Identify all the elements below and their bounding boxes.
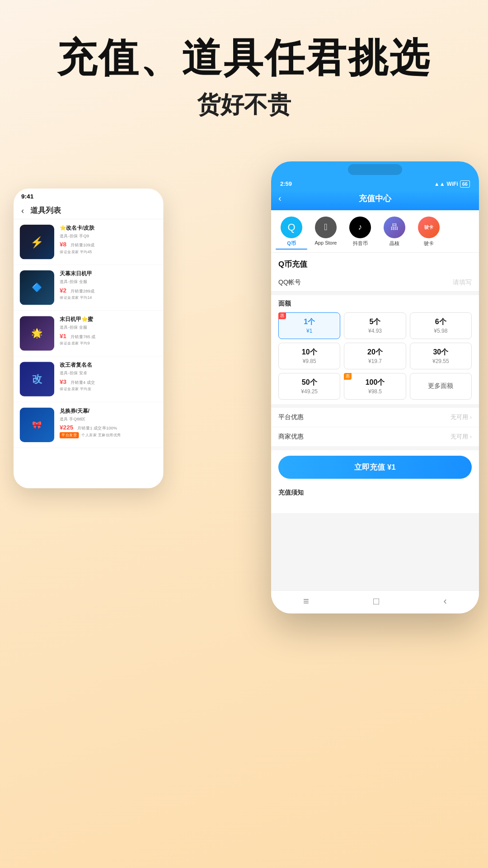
back-phone: 9:41 ‹ 道具列表 ⚡ ⭐改名卡/皮肤 道具-担保 手Q9 ¥8 月销量10… xyxy=(14,189,164,488)
list-item[interactable]: 改 改王者复名名 道具-担保 安卓 ¥3 月销量4 成交 保证金卖家 平均发 xyxy=(14,356,164,402)
denom-price: ¥29.55 xyxy=(414,358,468,364)
cta-section: 立即充值 ¥1 xyxy=(271,450,479,484)
tab-label-appstore: App Store xyxy=(315,240,337,245)
hero-subtitle: 货好不贵 xyxy=(27,89,461,121)
item-name: 改王者复名名 xyxy=(60,362,157,368)
denom-count: 30个 xyxy=(414,348,468,357)
denomination-grid: 惠 1个 ¥1 5个 ¥4.93 6个 ¥5.98 xyxy=(278,312,472,400)
denom-item-20[interactable]: 20个 ¥19.7 xyxy=(344,343,406,369)
front-status-time: 2:59 xyxy=(280,180,292,187)
account-label: QQ帐号 xyxy=(278,278,314,287)
denom-count: 20个 xyxy=(348,348,402,357)
denom-item-more[interactable]: 更多面额 xyxy=(410,373,472,400)
item-name: 末日机甲⭐蜜 xyxy=(60,316,157,323)
platform-discount-value: 无可用 › xyxy=(450,413,472,421)
denom-count: 1个 xyxy=(282,317,336,327)
item-desc: 道具-担保 全服 xyxy=(60,325,157,330)
list-item[interactable]: 🌟 末日机甲⭐蜜 道具-担保 全服 ¥1 月销量785 成 保证金卖家 平均9 xyxy=(14,311,164,356)
denom-item-10[interactable]: 10个 ¥9.85 xyxy=(278,343,340,369)
tab-jinghe[interactable]: 晶 晶核 xyxy=(379,217,410,250)
denom-item-50[interactable]: 50个 ¥49.25 xyxy=(278,373,340,400)
douyin-icon: ♪ xyxy=(349,217,371,238)
denom-count: 10个 xyxy=(282,348,336,357)
denom-item-30[interactable]: 30个 ¥29.55 xyxy=(410,343,472,369)
item-name: ⭐改名卡/皮肤 xyxy=(60,225,157,231)
item-guarantee: 平台发货 个人卖家 芝麻信用优秀 xyxy=(60,432,157,439)
list-item[interactable]: 🎀 兑换券/天幕/ 道具 手Q88区 ¥225 月销量1 成交率100% 平台发… xyxy=(14,402,164,448)
home-icon[interactable]: □ xyxy=(373,595,379,607)
junka-icon: 驶卡 xyxy=(418,217,440,238)
tab-label-jinghe: 晶核 xyxy=(389,240,399,247)
denom-count: 50个 xyxy=(282,378,336,387)
account-input-row: QQ帐号 请填写 xyxy=(271,274,479,292)
merchant-discount-row[interactable]: 商家优惠 无可用 › xyxy=(271,427,479,447)
back-nav-title: 道具列表 xyxy=(30,205,61,216)
platform-discount-label: 平台优惠 xyxy=(278,413,304,421)
front-status-icons: ▲▲ WiFi 66 xyxy=(434,180,470,188)
tab-appstore[interactable]:  App Store xyxy=(310,217,342,250)
merchant-discount-label: 商家优惠 xyxy=(278,433,304,441)
denom-item-1[interactable]: 惠 1个 ¥1 xyxy=(278,312,340,339)
account-placeholder[interactable]: 请填写 xyxy=(314,278,472,287)
item-sold: 月销量785 成 xyxy=(70,334,96,339)
item-sold: 月销量289成 xyxy=(70,288,94,293)
qq-icon: Q xyxy=(281,217,302,238)
denom-price: ¥5.98 xyxy=(414,328,468,334)
notice-title: 充值须知 xyxy=(278,489,472,497)
item-price: ¥8 xyxy=(60,241,66,247)
denom-price: ¥98.5 xyxy=(348,388,402,395)
denomination-title: 面额 xyxy=(278,300,472,308)
hero-section: 充值、道具任君挑选 货好不贵 xyxy=(0,0,488,139)
item-desc: 道具-担保 全服 xyxy=(60,279,157,285)
jinghe-icon: 晶 xyxy=(384,217,405,238)
cta-button[interactable]: 立即充值 ¥1 xyxy=(278,456,472,479)
tab-junka[interactable]: 驶卡 驶卡 xyxy=(413,217,445,250)
denom-price: ¥1 xyxy=(282,328,336,334)
denom-item-5[interactable]: 5个 ¥4.93 xyxy=(344,312,406,339)
back-status-time: 9:41 xyxy=(21,193,33,200)
hero-title: 充值、道具任君挑选 xyxy=(27,36,461,80)
back-nav-arrow[interactable]: ‹ xyxy=(21,206,24,216)
denom-item-6[interactable]: 6个 ¥5.98 xyxy=(410,312,472,339)
item-name: 兑换券/天幕/ xyxy=(60,407,157,414)
denom-price: ¥4.93 xyxy=(348,328,402,334)
back-button[interactable]: ‹ xyxy=(278,193,282,203)
tabs-row: Q Q币  App Store ♪ 抖音币 晶 晶核 驶卡 驶卡 xyxy=(271,210,479,253)
phones-container: 9:41 ‹ 道具列表 ⚡ ⭐改名卡/皮肤 道具-担保 手Q9 ¥8 月销量10… xyxy=(0,152,488,776)
denom-count: 5个 xyxy=(348,317,402,327)
denom-item-100[interactable]: 惠 100个 ¥98.5 xyxy=(344,373,406,400)
chevron-right-icon: › xyxy=(470,434,472,440)
tab-qq[interactable]: Q Q币 xyxy=(276,217,307,250)
tab-label-qq: Q币 xyxy=(287,240,296,247)
merchant-discount-value: 无可用 › xyxy=(450,433,472,441)
item-sold: 月销量4 成交 xyxy=(70,380,95,384)
item-guarantee: 保证金卖家 平均发 xyxy=(60,387,157,392)
tab-label-junka: 驶卡 xyxy=(424,240,434,247)
denom-more-label: 更多面额 xyxy=(428,382,453,390)
denom-price: ¥49.25 xyxy=(282,388,336,395)
list-item[interactable]: ⚡ ⭐改名卡/皮肤 道具-担保 手Q9 ¥8 月销量109成 保证金卖家 平均4… xyxy=(14,219,164,265)
front-phone: 2:59 ▲▲ WiFi 66 ‹ 充值中心 Q Q币  App Store xyxy=(271,161,479,613)
item-name: 天幕末日机甲 xyxy=(60,270,157,277)
denom-price: ¥19.7 xyxy=(348,358,402,364)
denomination-section: 面额 惠 1个 ¥1 5个 ¥4.93 6个 xyxy=(271,295,479,404)
item-desc: 道具-担保 安卓 xyxy=(60,370,157,376)
discount-section: 平台优惠 无可用 › 商家优惠 无可用 › xyxy=(271,408,479,447)
menu-icon[interactable]: ≡ xyxy=(303,595,309,607)
item-guarantee: 保证金卖家 平均14 xyxy=(60,295,157,300)
list-item[interactable]: 🔷 天幕末日机甲 道具-担保 全服 ¥2 月销量289成 保证金卖家 平均14 xyxy=(14,265,164,311)
item-price: ¥1 xyxy=(60,333,66,339)
denom-count: 100个 xyxy=(348,378,402,387)
back-status-bar: 9:41 xyxy=(14,189,164,203)
platform-discount-row[interactable]: 平台优惠 无可用 › xyxy=(271,408,479,427)
tab-label-douyin: 抖音币 xyxy=(353,240,368,247)
denom-price: ¥9.85 xyxy=(282,358,336,364)
notice-section: 充值须知 xyxy=(271,484,479,513)
front-header-title: 充值中心 xyxy=(359,193,391,204)
item-sold: 月销量109成 xyxy=(70,243,94,247)
section-title: Q币充值 xyxy=(271,253,479,274)
item-guarantee: 保证金卖家 平均45 xyxy=(60,249,157,255)
tab-douyin[interactable]: ♪ 抖音币 xyxy=(344,217,376,250)
back-icon[interactable]: ‹ xyxy=(444,595,447,607)
bottom-nav: ≡ □ ‹ xyxy=(271,590,479,613)
